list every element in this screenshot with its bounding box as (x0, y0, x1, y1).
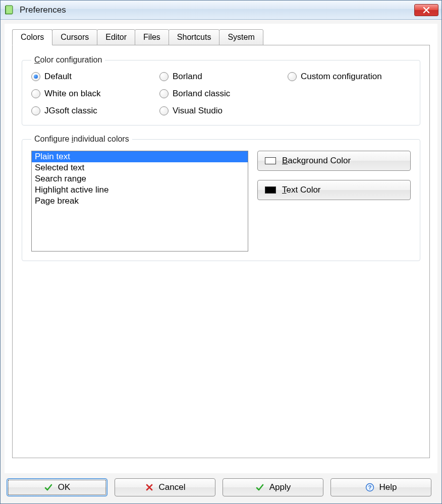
radio-dot-icon (31, 72, 40, 81)
configure-individual-colors-group: Configure individual colors Plain text S… (22, 135, 420, 261)
radio-dot-icon (31, 89, 40, 98)
list-item[interactable]: Search range (32, 173, 248, 184)
swatch-icon (265, 157, 276, 164)
text-color-button[interactable]: Text Color (257, 180, 411, 200)
tab-files[interactable]: Files (135, 29, 169, 45)
window-title: Preferences (20, 5, 414, 15)
list-item[interactable]: Selected text (32, 162, 248, 173)
tab-label: Files (143, 33, 160, 41)
list-item[interactable]: Page break (32, 196, 248, 207)
button-label: OK (58, 482, 71, 492)
tab-strip: Colors Cursors Editor Files Shortcuts Sy… (12, 29, 430, 45)
button-label: Text Color (282, 185, 321, 195)
tab-label: Colors (21, 33, 44, 41)
radio-label: White on black (44, 89, 101, 99)
color-configuration-group: Color configuration Default Borland Cust… (22, 55, 420, 125)
apply-button[interactable]: Apply (223, 478, 323, 496)
check-icon (255, 483, 264, 492)
tab-colors[interactable]: Colors (12, 29, 52, 45)
content-area: Colors Cursors Editor Files Shortcuts Sy… (5, 24, 437, 473)
radio-dot-icon (159, 72, 169, 81)
color-configuration-legend: Color configuration (31, 55, 105, 65)
tab-label: System (228, 33, 254, 41)
configure-row: Plain text Selected text Search range Hi… (31, 151, 411, 251)
close-icon (423, 7, 430, 14)
radio-white-on-black[interactable]: White on black (31, 89, 154, 99)
book-icon (4, 4, 16, 16)
button-label: Help (379, 482, 397, 492)
radio-label: Borland classic (173, 89, 230, 99)
radio-visual-studio[interactable]: Visual Studio (159, 106, 283, 116)
radio-label: Visual Studio (173, 106, 223, 116)
radio-label: Borland (173, 72, 202, 82)
button-label: Background Color (282, 156, 351, 166)
background-color-button[interactable]: Background Color (257, 151, 411, 171)
cross-icon (145, 483, 154, 492)
svg-text:?: ? (368, 484, 371, 490)
cancel-button[interactable]: Cancel (115, 478, 215, 496)
radio-label: Custom configuration (301, 72, 382, 82)
tab-shortcuts[interactable]: Shortcuts (169, 29, 220, 45)
tab-system[interactable]: System (219, 29, 263, 45)
tab-editor[interactable]: Editor (97, 29, 135, 45)
button-label: Cancel (159, 482, 186, 492)
configure-individual-colors-legend: Configure individual colors (31, 135, 132, 144)
color-items-listbox[interactable]: Plain text Selected text Search range Hi… (31, 151, 248, 251)
tab-cursors[interactable]: Cursors (52, 29, 97, 45)
close-button[interactable] (414, 4, 438, 16)
radio-dot-icon (288, 72, 297, 81)
radio-custom-configuration[interactable]: Custom configuration (288, 72, 411, 82)
radio-dot-icon (31, 106, 40, 115)
tab-label: Editor (105, 33, 127, 41)
radio-grid: Default Borland Custom configuration Whi… (31, 72, 411, 116)
radio-jgsoft-classic[interactable]: JGsoft classic (31, 106, 154, 116)
ok-button[interactable]: OK (7, 478, 107, 496)
titlebar: Preferences (1, 1, 441, 20)
check-icon (44, 483, 53, 492)
radio-label: JGsoft classic (44, 106, 97, 116)
list-item[interactable]: Highlight active line (32, 184, 248, 196)
tab-panel-colors: Color configuration Default Borland Cust… (12, 45, 430, 458)
preferences-window: Preferences Colors Cursors Editor Files … (0, 0, 442, 504)
radio-dot-icon (159, 106, 169, 115)
tab-label: Cursors (61, 33, 89, 41)
color-buttons-column: Background Color Text Color (257, 151, 411, 200)
radio-borland-classic[interactable]: Borland classic (159, 89, 283, 99)
radio-label: Default (44, 72, 72, 82)
list-item[interactable]: Plain text (32, 151, 248, 162)
radio-default[interactable]: Default (31, 72, 154, 82)
tab-label: Shortcuts (177, 33, 211, 41)
dialog-footer: OK Cancel Apply ? Help (1, 473, 441, 503)
radio-dot-icon (159, 89, 169, 98)
help-button[interactable]: ? Help (330, 478, 431, 496)
help-icon: ? (365, 483, 374, 492)
swatch-icon (265, 186, 276, 194)
button-label: Apply (269, 482, 291, 492)
radio-borland[interactable]: Borland (159, 72, 283, 82)
